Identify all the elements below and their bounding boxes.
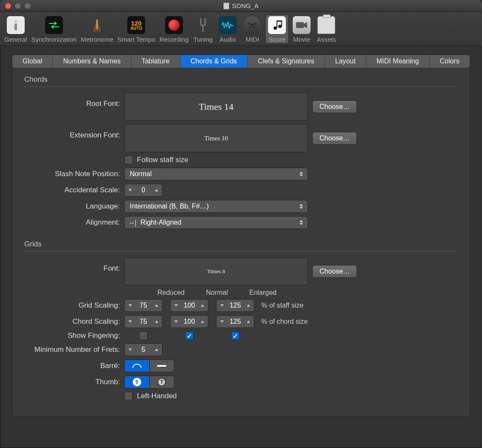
chord-scaling-normal-stepper[interactable]: 100	[170, 315, 208, 328]
stepper-up-icon[interactable]	[154, 186, 160, 194]
minimize-icon[interactable]	[15, 3, 21, 9]
alignment-select[interactable]: –| Right-Aligned	[124, 216, 308, 229]
updown-icon	[298, 203, 304, 210]
window-controls	[0, 3, 31, 9]
stepper-down-icon[interactable]	[219, 318, 225, 325]
stepper-up-icon[interactable]	[154, 318, 160, 325]
content-area: Global Numbers & Names Tablature Chords …	[0, 46, 482, 448]
score-subtabs: Global Numbers & Names Tablature Chords …	[12, 55, 470, 68]
col-enlarged-label: Enlarged	[244, 289, 282, 297]
toolbar-audio[interactable]: Audio	[216, 14, 240, 44]
tab-layout[interactable]: Layout	[325, 55, 366, 68]
min-frets-stepper[interactable]: 5	[124, 343, 163, 356]
window-title: SONG_A	[232, 2, 259, 9]
toolbar-label: Metronome	[81, 36, 113, 43]
stepper-down-icon[interactable]	[173, 302, 179, 309]
tab-tablature[interactable]: Tablature	[131, 55, 180, 68]
accidental-scale-label: Accidental Scale:	[24, 186, 124, 194]
show-fingering-reduced-checkbox[interactable]	[139, 331, 148, 340]
toolbar-movie[interactable]: Movie	[290, 14, 314, 44]
tab-colors[interactable]: Colors	[430, 55, 470, 68]
accidental-scale-stepper[interactable]: 0	[124, 184, 163, 197]
score-icon	[268, 16, 286, 34]
line-icon	[157, 365, 166, 367]
svg-rect-14	[296, 22, 304, 28]
root-font-well: Times 14	[124, 93, 308, 121]
toolbar-assets[interactable]: Assets	[314, 14, 338, 44]
grid-scaling-reduced-stepper[interactable]: 75	[124, 299, 163, 312]
tab-chords-grids[interactable]: Chords & Grids	[180, 55, 248, 68]
choose-extension-font-button[interactable]: Choose…	[312, 132, 357, 145]
toolbar-recording[interactable]: Recording	[158, 14, 190, 44]
toolbar-tuning[interactable]: Tuning	[191, 14, 215, 44]
stepper-up-icon[interactable]	[245, 302, 251, 309]
chords-section: Chords Root Font: Times 14 Choose… Exten…	[12, 68, 470, 229]
toolbar-score[interactable]: Score	[265, 14, 289, 44]
section-title: Grids	[24, 240, 458, 248]
svg-rect-3	[96, 20, 98, 29]
col-normal-label: Normal	[198, 289, 236, 297]
toolbar-smart-tempo[interactable]: 120 AUTO Smart Tempo	[116, 14, 157, 44]
stepper-up-icon[interactable]	[154, 346, 160, 354]
show-fingering-enlarged-checkbox[interactable]	[231, 331, 240, 340]
stepper-down-icon[interactable]	[127, 186, 133, 194]
zoom-icon[interactable]	[25, 3, 31, 9]
tab-numbers-names[interactable]: Numbers & Names	[53, 55, 131, 68]
show-fingering-normal-checkbox[interactable]	[185, 331, 194, 340]
toolbar-metronome[interactable]: Metronome	[79, 14, 115, 44]
stepper-up-icon[interactable]	[154, 302, 160, 309]
tab-global[interactable]: Global	[12, 55, 53, 68]
tab-midi-meaning[interactable]: MIDI Meaning	[366, 55, 430, 68]
choose-grids-font-button[interactable]: Choose…	[312, 265, 357, 278]
follow-staff-size-label: Follow staff size	[137, 156, 188, 164]
grids-section: Grids Font: Times 8 Choose… Reduced Norm…	[12, 232, 470, 400]
follow-staff-size-checkbox[interactable]	[124, 156, 133, 164]
score-settings-panel: Global Numbers & Names Tablature Chords …	[12, 54, 470, 417]
stepper-up-icon[interactable]	[200, 302, 205, 309]
tab-clefs-signatures[interactable]: Clefs & Signatures	[248, 55, 325, 68]
camera-icon	[293, 16, 311, 34]
grid-scaling-unit: % of staff size	[261, 302, 303, 309]
thumb-number-option[interactable]: 5	[125, 376, 149, 388]
close-icon[interactable]	[5, 3, 11, 9]
chord-scaling-enlarged-stepper[interactable]: 125	[216, 315, 254, 328]
stepper-up-icon[interactable]	[245, 318, 251, 325]
select-value: Right-Aligned	[140, 219, 181, 226]
midi-connector-icon	[243, 16, 261, 34]
stepper-down-icon[interactable]	[127, 346, 133, 354]
show-fingering-label: Show Fingering:	[24, 331, 124, 340]
stepper-value: 0	[133, 186, 154, 194]
svg-marker-15	[304, 22, 307, 28]
barre-segmented	[124, 360, 174, 372]
chord-scaling-reduced-stepper[interactable]: 75	[124, 315, 163, 328]
grids-font-label: Font:	[24, 257, 124, 273]
barre-line-option[interactable]	[149, 360, 174, 372]
language-select[interactable]: International (B, Bb, F#…)	[124, 200, 308, 213]
metronome-icon	[88, 16, 106, 34]
tempo-badge-mode: AUTO	[130, 26, 142, 31]
left-handed-checkbox[interactable]	[124, 392, 133, 400]
stepper-down-icon[interactable]	[127, 302, 133, 309]
svg-point-9	[274, 26, 277, 30]
barre-arc-option[interactable]	[125, 360, 149, 372]
toolbar-general[interactable]: General	[3, 14, 29, 44]
thumb-label: Thumb:	[24, 378, 124, 386]
stepper-down-icon[interactable]	[173, 318, 179, 325]
choose-root-font-button[interactable]: Choose…	[312, 100, 357, 113]
thumb-t-icon: T	[157, 378, 166, 386]
grid-scaling-normal-stepper[interactable]: 100	[170, 299, 208, 312]
thumb-number-icon: 5	[133, 378, 141, 386]
grid-scaling-enlarged-stepper[interactable]: 125	[216, 299, 254, 312]
toolbar-synchronization[interactable]: Synchronization	[29, 14, 78, 44]
slash-note-position-select[interactable]: Normal	[124, 168, 308, 180]
thumb-t-option[interactable]: T	[149, 376, 174, 388]
chord-scaling-unit: % of chord size	[261, 318, 308, 325]
toolbar-label: Audio	[220, 36, 236, 43]
toolbar-midi[interactable]: MIDI	[240, 14, 264, 44]
toolbar-label: Score	[269, 36, 285, 43]
waveform-icon	[219, 16, 237, 34]
stepper-down-icon[interactable]	[127, 318, 133, 325]
stepper-down-icon[interactable]	[219, 302, 225, 309]
svg-rect-13	[277, 20, 282, 22]
stepper-up-icon[interactable]	[200, 318, 205, 325]
